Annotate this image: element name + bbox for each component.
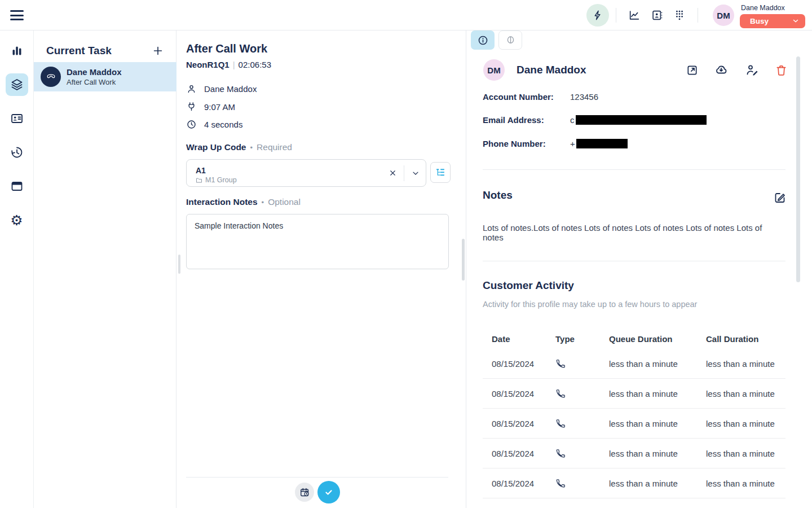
table-row: 08/15/2024less than a minuteless than a …	[483, 379, 785, 409]
email-value: c	[570, 115, 575, 125]
clock-icon	[186, 119, 197, 130]
browse-codes-tree-button[interactable]	[430, 162, 451, 183]
cell-call-duration: less than a minute	[706, 389, 785, 398]
complete-task-button[interactable]	[317, 481, 340, 503]
task-list-item[interactable]: Dane Maddox After Call Work	[34, 62, 176, 91]
calendar-clock-icon	[299, 487, 310, 498]
cell-queue-duration: less than a minute	[609, 359, 706, 369]
redaction-bar	[576, 139, 628, 148]
field-label: Email Address:	[483, 115, 570, 125]
table-row: 08/15/2024less than a minuteless than a …	[483, 468, 785, 498]
duration-row: 4 seconds	[186, 119, 242, 130]
col-type: Type	[555, 334, 609, 344]
status-label: Busy	[750, 17, 769, 25]
phone-handset-icon	[46, 72, 56, 82]
combo-divider	[404, 165, 404, 181]
open-in-new-button[interactable]	[685, 63, 699, 77]
current-task-panel: Current Task Dane Maddox After Call Work	[34, 30, 176, 508]
status-dropdown[interactable]: Busy	[740, 14, 805, 28]
sidebar-item-history[interactable]	[6, 141, 28, 164]
activity-rows: 08/15/2024less than a minuteless than a …	[483, 349, 785, 498]
chevron-down-icon	[792, 17, 800, 25]
dialpad-icon	[673, 9, 686, 21]
gear-icon: ⚙	[10, 213, 23, 227]
customer-activity-subtitle: Activity for this profile may take up to…	[483, 300, 697, 309]
plus-icon	[152, 45, 164, 57]
sidebar-item-settings[interactable]: ⚙	[6, 209, 28, 231]
connect-time-row: 9:07 AM	[186, 102, 235, 112]
sidebar-item-contacts[interactable]	[6, 107, 28, 130]
hamburger-menu-button[interactable]	[10, 9, 24, 21]
dialpad-button[interactable]	[668, 4, 691, 27]
add-task-button[interactable]	[150, 43, 166, 59]
user-name: Dane Maddox	[741, 4, 805, 12]
tab-insights[interactable]	[498, 30, 522, 50]
performance-button[interactable]	[623, 4, 646, 27]
sidebar-item-browser[interactable]	[6, 175, 28, 198]
edit-contact-button[interactable]	[745, 63, 760, 77]
sidebar-item-reports[interactable]	[6, 40, 28, 62]
cell-type	[555, 388, 609, 399]
contacts-button[interactable]	[646, 4, 668, 27]
interactions-button[interactable]	[586, 4, 609, 27]
wrap-up-code-select[interactable]: A1 M1 Group	[186, 159, 426, 187]
folder-icon	[196, 177, 202, 183]
phone-icon	[555, 478, 609, 489]
panel-title: Current Task	[46, 45, 112, 57]
panel-scrollbar[interactable]	[462, 239, 465, 281]
customer-profile-panel: DM Dane Maddox Account Number: 123456 Em…	[466, 30, 812, 508]
top-bar: DM Dane Maddox Busy	[0, 0, 812, 30]
queue-and-timer: NeonR1Q1|02:06:53	[186, 60, 271, 69]
schedule-callback-button[interactable]	[295, 483, 314, 502]
section-divider	[483, 261, 785, 261]
clear-selection-button[interactable]	[385, 165, 400, 181]
profile-scrollbar[interactable]	[796, 56, 800, 282]
edit-note-icon	[773, 191, 788, 204]
profile-name: Dane Maddox	[517, 64, 586, 76]
table-row: 08/15/2024less than a minuteless than a …	[483, 409, 785, 439]
redaction-bar	[576, 115, 707, 125]
close-icon	[389, 169, 397, 177]
cell-type	[555, 358, 609, 369]
task-list-scrollbar[interactable]	[178, 255, 180, 274]
cell-call-duration: less than a minute	[706, 449, 785, 458]
contact-row: Dane Maddox	[186, 84, 257, 94]
section-divider	[483, 169, 785, 170]
customer-activity-title: Customer Activity	[483, 279, 574, 292]
phone-value: +	[570, 139, 575, 148]
user-avatar[interactable]: DM	[713, 5, 734, 26]
field-label: Phone Number:	[483, 139, 570, 148]
table-row: 08/15/2024less than a minuteless than a …	[483, 349, 785, 379]
task-state: After Call Work	[67, 78, 122, 86]
id-card-icon	[10, 112, 24, 125]
cell-queue-duration: less than a minute	[609, 419, 706, 428]
bar-chart-icon	[10, 44, 24, 58]
line-chart-icon	[628, 9, 641, 21]
plug-icon	[186, 102, 197, 112]
open-dropdown-button[interactable]	[408, 165, 426, 181]
notes-text: Lots of notes.Lots of notes Lots of note…	[483, 223, 782, 242]
contact-card-icon	[651, 9, 663, 21]
info-icon	[477, 34, 489, 46]
profile-avatar: DM	[483, 59, 505, 81]
task-duration: 4 seconds	[204, 120, 242, 129]
notes-title: Notes	[483, 189, 513, 202]
cell-call-duration: less than a minute	[706, 479, 785, 488]
delete-contact-button[interactable]	[774, 63, 788, 77]
person-edit-icon	[745, 63, 759, 77]
tab-profile-info[interactable]	[471, 30, 495, 50]
col-queue-duration: Queue Duration	[609, 334, 706, 344]
download-profile-button[interactable]	[714, 63, 729, 77]
task-timer: 02:06:53	[239, 60, 271, 69]
phone-icon	[555, 418, 609, 429]
cell-queue-duration: less than a minute	[609, 479, 706, 488]
phone-row: Phone Number: +	[483, 139, 798, 148]
layers-icon	[10, 78, 24, 91]
sidebar-item-interactions[interactable]	[6, 73, 28, 96]
cell-date: 08/15/2024	[492, 359, 555, 369]
interaction-notes-input[interactable]: Sample Interaction Notes	[186, 214, 449, 269]
call-avatar	[41, 67, 61, 87]
account-number-value: 123456	[570, 92, 598, 102]
cell-date: 08/15/2024	[492, 389, 555, 398]
edit-notes-button[interactable]	[773, 190, 788, 205]
